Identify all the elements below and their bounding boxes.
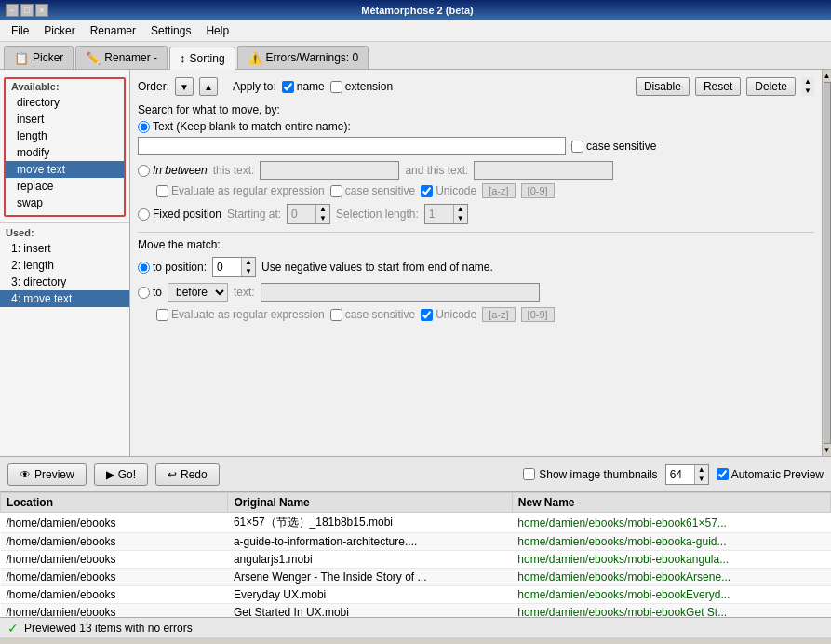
available-item-movetext[interactable]: move text	[6, 161, 124, 178]
fixed-position-radio-label[interactable]: Fixed position	[138, 208, 221, 221]
to-position-down[interactable]: ▼	[242, 267, 255, 276]
eval-case-checkbox[interactable]	[330, 185, 342, 197]
selection-length-spin[interactable]: ▲ ▼	[424, 204, 468, 224]
table-row[interactable]: /home/damien/ebooksEveryday UX.mobihome/…	[1, 586, 831, 604]
to-position-up[interactable]: ▲	[242, 258, 255, 267]
tab-sorting[interactable]: ↕️ Sorting	[169, 47, 235, 70]
used-item-4[interactable]: 4: move text	[0, 290, 129, 307]
before-after-select[interactable]: before after	[168, 283, 228, 302]
starting-at-input[interactable]	[288, 206, 315, 222]
eval-unicode2-checkbox[interactable]	[421, 309, 433, 321]
eval-unicode2-check[interactable]: Unicode	[421, 308, 476, 321]
eval-regex2-checkbox[interactable]	[156, 309, 168, 321]
09-btn[interactable]: [0-9]	[521, 183, 555, 198]
available-item-length[interactable]: length	[6, 127, 124, 144]
auto-preview-checkbox[interactable]	[717, 468, 729, 480]
thumbnail-size-input[interactable]	[666, 466, 694, 483]
menu-picker[interactable]: Picker	[36, 22, 82, 39]
table-row[interactable]: /home/damien/ebooksa-guide-to-informatio…	[1, 533, 831, 551]
close-button[interactable]: ×	[35, 4, 48, 17]
reset-button[interactable]: Reset	[695, 77, 741, 96]
eval-case2-checkbox[interactable]	[330, 309, 342, 321]
to-position-spin[interactable]: ▲ ▼	[212, 257, 256, 277]
apply-extension-checkbox[interactable]	[330, 81, 342, 93]
menu-file[interactable]: File	[4, 22, 36, 39]
used-item-2[interactable]: 2: length	[0, 257, 129, 274]
to-position-radio[interactable]	[138, 262, 150, 274]
table-row[interactable]: /home/damien/ebooks61×57（节选）_181b8b15.mo…	[1, 513, 831, 533]
az-btn[interactable]: [a-z]	[482, 183, 515, 198]
window-controls[interactable]: − □ ×	[6, 4, 48, 17]
delete-button[interactable]: Delete	[746, 77, 796, 96]
table-row[interactable]: /home/damien/ebooksGet Started In UX.mob…	[1, 604, 831, 618]
minimize-button[interactable]: −	[6, 4, 19, 17]
text-radio-label[interactable]: Text (Keep blank to match entire name):	[138, 120, 351, 133]
text-radio[interactable]	[138, 121, 150, 133]
thumbnail-size-spin[interactable]: ▲ ▼	[665, 464, 709, 485]
scroll-thumb[interactable]	[824, 82, 831, 444]
text-search-input[interactable]	[138, 137, 566, 155]
and-this-text-input[interactable]	[474, 161, 613, 180]
in-between-radio[interactable]	[138, 165, 150, 177]
available-item-directory[interactable]: directory	[6, 94, 124, 111]
starting-at-down[interactable]: ▼	[316, 214, 329, 223]
in-between-radio-label[interactable]: In between	[138, 164, 208, 177]
eval-case2-check[interactable]: case sensitive	[330, 308, 415, 321]
scroll-down-arrow[interactable]: ▼	[823, 446, 832, 454]
fixed-position-radio[interactable]	[138, 208, 150, 221]
case-sensitive-check[interactable]: case sensitive	[571, 140, 656, 153]
this-text-input[interactable]	[260, 161, 399, 180]
eval-regex2-check[interactable]: Evaluate as regular expression	[156, 308, 325, 321]
case-sensitive-checkbox[interactable]	[571, 141, 583, 153]
maximize-button[interactable]: □	[20, 4, 34, 17]
eval-unicode-checkbox[interactable]	[421, 185, 433, 197]
tab-renamer[interactable]: ✏️ Renamer -	[75, 46, 168, 69]
apply-extension-check[interactable]: extension	[330, 80, 393, 93]
used-item-1[interactable]: 1: insert	[0, 240, 129, 257]
eval-regex-check[interactable]: Evaluate as regular expression	[156, 184, 325, 197]
to-radio-label[interactable]: to	[138, 286, 162, 299]
to-position-radio-label[interactable]: to position:	[138, 261, 207, 274]
selection-length-input[interactable]	[425, 206, 453, 222]
selection-length-up[interactable]: ▲	[454, 205, 467, 214]
tab-picker[interactable]: 📋 Picker	[4, 46, 74, 69]
show-thumbnails-checkbox[interactable]	[523, 468, 535, 480]
eval-regex-checkbox[interactable]	[156, 185, 168, 197]
show-thumbnails-check[interactable]: Show image thumbnails	[523, 468, 657, 481]
thumbnail-size-down[interactable]: ▼	[695, 475, 708, 484]
to-radio[interactable]	[138, 287, 150, 299]
delete-spin-down[interactable]: ▼	[801, 87, 814, 96]
eval-unicode-check[interactable]: Unicode	[421, 184, 476, 197]
selection-length-down[interactable]: ▼	[454, 214, 467, 223]
delete-spin-up[interactable]: ▲	[801, 77, 814, 87]
to-text-input[interactable]	[261, 283, 540, 302]
auto-preview-check[interactable]: Automatic Preview	[717, 468, 824, 481]
disable-button[interactable]: Disable	[636, 77, 690, 96]
used-item-3[interactable]: 3: directory	[0, 274, 129, 290]
table-row[interactable]: /home/damien/ebooksangularjs1.mobihome/d…	[1, 551, 831, 569]
right-scrollbar[interactable]: ▲ ▼	[822, 70, 831, 456]
menu-renamer[interactable]: Renamer	[83, 22, 143, 39]
order-down-btn[interactable]: ▼	[175, 77, 194, 96]
available-item-swap[interactable]: swap	[6, 195, 124, 211]
menu-help[interactable]: Help	[198, 22, 236, 39]
apply-name-checkbox[interactable]	[282, 81, 294, 93]
available-item-replace[interactable]: replace	[6, 178, 124, 195]
go-button[interactable]: ▶ Go!	[94, 463, 148, 486]
apply-name-check[interactable]: name	[282, 80, 325, 93]
to-position-input[interactable]	[213, 259, 241, 275]
tab-errors[interactable]: ⚠️ Errors/Warnings: 0	[237, 46, 369, 69]
table-row[interactable]: /home/damien/ebooksArsene Wenger - The I…	[1, 569, 831, 586]
available-item-insert[interactable]: insert	[6, 111, 124, 127]
az2-btn[interactable]: [a-z]	[482, 307, 515, 322]
starting-at-spin[interactable]: ▲ ▼	[287, 204, 330, 224]
menu-settings[interactable]: Settings	[143, 22, 198, 39]
order-up-btn[interactable]: ▲	[199, 77, 218, 96]
preview-button[interactable]: 👁 Preview	[7, 463, 87, 486]
available-item-modify[interactable]: modify	[6, 144, 124, 161]
redo-button[interactable]: ↩ Redo	[155, 463, 220, 486]
thumbnail-size-up[interactable]: ▲	[695, 465, 708, 475]
scroll-up-arrow[interactable]: ▲	[823, 72, 832, 80]
09-2-btn[interactable]: [0-9]	[521, 307, 555, 322]
eval-case-check[interactable]: case sensitive	[330, 184, 415, 197]
